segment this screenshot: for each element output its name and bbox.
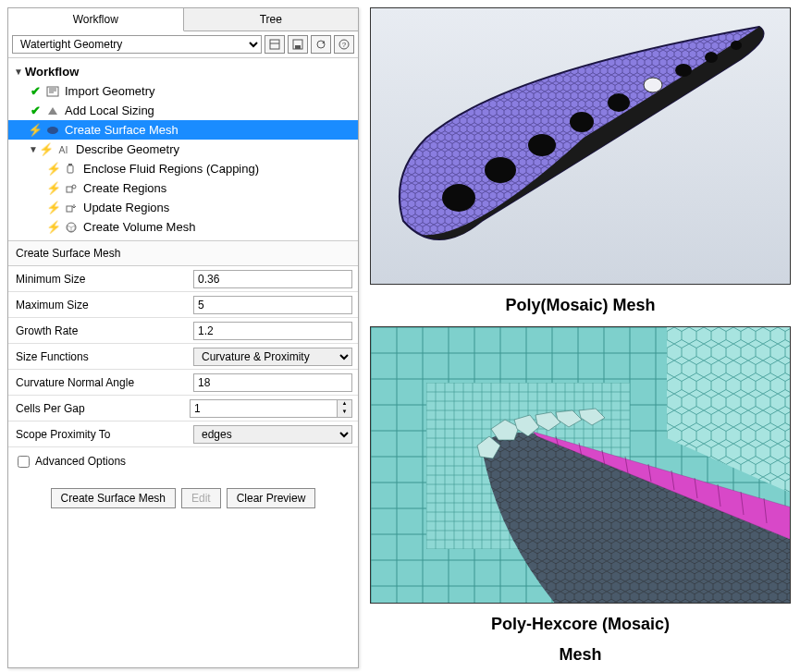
enclose-regions-icon <box>64 163 79 176</box>
bolt-icon: ⚡ <box>29 123 42 137</box>
input-curvature-angle[interactable] <box>193 373 352 392</box>
svg-point-24 <box>675 64 692 77</box>
svg-rect-0 <box>270 40 279 49</box>
create-regions-icon <box>64 182 79 195</box>
tab-tree[interactable]: Tree <box>184 8 359 31</box>
caption-poly-hexcore-line2: Mesh <box>370 645 791 668</box>
workflow-panel: Workflow Tree Watertight Geometry ? ▼ <box>7 7 359 668</box>
surface-mesh-icon <box>45 124 60 137</box>
svg-rect-11 <box>68 164 72 165</box>
disclosure-icon: ▼ <box>14 67 23 77</box>
update-regions-icon <box>64 202 79 214</box>
tree-item-label: Update Regions <box>83 201 169 214</box>
form-title: Create Surface Mesh <box>8 240 358 266</box>
select-size-functions[interactable]: Curvature & Proximity <box>193 348 352 366</box>
tree-item-label: Create Surface Mesh <box>65 123 178 137</box>
tree-item-label: Add Local Sizing <box>65 104 154 117</box>
svg-rect-12 <box>67 187 72 192</box>
tree-item-label: Describe Geometry <box>76 142 179 156</box>
svg-point-20 <box>528 134 556 156</box>
tree-item-enclose-fluid-regions[interactable]: ⚡ Enclose Fluid Regions (Capping) <box>8 159 358 178</box>
label-curvature-angle: Curvature Normal Angle <box>8 376 193 389</box>
svg-point-18 <box>442 184 475 212</box>
poly-mosaic-mesh-illustration <box>371 8 791 285</box>
volume-mesh-icon <box>64 221 79 234</box>
svg-point-22 <box>608 93 630 112</box>
svg-marker-8 <box>48 107 57 115</box>
svg-point-25 <box>705 52 718 63</box>
local-sizing-icon <box>45 104 60 117</box>
select-scope-proximity[interactable]: edges <box>193 425 352 444</box>
tree-item-update-regions[interactable]: ⚡ Update Regions <box>8 198 358 217</box>
svg-point-26 <box>731 41 742 50</box>
spinner-down-icon[interactable]: ▼ <box>338 409 351 417</box>
create-surface-mesh-button[interactable]: Create Surface Mesh <box>51 488 176 508</box>
action-button-row: Create Surface Mesh Edit Clear Preview <box>8 475 358 521</box>
svg-point-4 <box>317 41 325 48</box>
clear-preview-button[interactable]: Clear Preview <box>227 488 316 508</box>
refresh-icon[interactable] <box>311 35 331 54</box>
bolt-icon: ⚡ <box>47 220 60 234</box>
workflow-type-select[interactable]: Watertight Geometry <box>12 35 262 54</box>
label-advanced-options: Advanced Options <box>35 455 126 468</box>
svg-rect-14 <box>67 206 72 212</box>
tree-root-label: Workflow <box>25 65 79 79</box>
poly-hexcore-viewport[interactable] <box>370 326 791 604</box>
tree-item-label: Create Regions <box>83 181 166 195</box>
bolt-icon: ⚡ <box>40 142 53 156</box>
bolt-icon: ⚡ <box>47 201 60 214</box>
svg-point-21 <box>570 112 594 132</box>
tree-item-label: Create Volume Mesh <box>83 220 195 234</box>
tree-item-create-surface-mesh[interactable]: ⚡ Create Surface Mesh <box>8 120 358 140</box>
tree-item-describe-geometry[interactable]: ▼ ⚡ Describe Geometry <box>8 140 358 159</box>
bolt-icon: ⚡ <box>47 162 60 176</box>
svg-rect-10 <box>68 165 73 173</box>
tree-item-add-local-sizing[interactable]: ✔ Add Local Sizing <box>8 101 358 120</box>
label-minimum-size: Minimum Size <box>8 273 193 286</box>
disclosure-icon: ▼ <box>29 144 38 154</box>
poly-mosaic-viewport[interactable] <box>370 7 791 285</box>
tree-item-create-volume-mesh[interactable]: ⚡ Create Volume Mesh <box>8 217 358 237</box>
check-icon: ✔ <box>29 84 42 98</box>
svg-point-13 <box>72 185 76 189</box>
label-maximum-size: Maximum Size <box>8 299 193 312</box>
input-maximum-size[interactable] <box>193 296 352 314</box>
svg-point-23 <box>644 78 662 92</box>
preview-column: Poly(Mosaic) Mesh <box>370 7 791 668</box>
save-icon[interactable] <box>288 35 308 54</box>
spinner-up-icon[interactable]: ▲ <box>338 400 351 409</box>
poly-hexcore-mesh-illustration <box>371 327 791 604</box>
svg-point-9 <box>47 127 58 134</box>
import-geometry-icon <box>45 85 60 98</box>
tree-root[interactable]: ▼ Workflow <box>8 62 358 81</box>
label-size-functions: Size Functions <box>8 350 193 363</box>
workflow-tree: ▼ Workflow ✔ Import Geometry ✔ Add Local… <box>8 58 358 240</box>
workflow-selector-row: Watertight Geometry ? <box>8 31 358 58</box>
layout-icon[interactable] <box>265 35 285 54</box>
tree-item-create-regions[interactable]: ⚡ Create Regions <box>8 178 358 198</box>
describe-geometry-icon <box>56 143 71 156</box>
label-cells-per-gap: Cells Per Gap <box>8 402 190 415</box>
help-icon[interactable]: ? <box>334 35 354 54</box>
check-icon: ✔ <box>29 104 42 117</box>
caption-poly-hexcore-line1: Poly-Hexcore (Mosaic) <box>370 611 791 638</box>
input-minimum-size[interactable] <box>193 270 352 288</box>
caption-poly-mosaic: Poly(Mosaic) Mesh <box>370 292 791 319</box>
input-cells-per-gap[interactable] <box>190 399 338 418</box>
label-scope-proximity: Scope Proximity To <box>8 428 193 441</box>
input-growth-rate[interactable] <box>193 322 352 340</box>
tree-item-label: Enclose Fluid Regions (Capping) <box>83 162 259 176</box>
bolt-icon: ⚡ <box>47 181 60 195</box>
label-growth-rate: Growth Rate <box>8 324 193 337</box>
panel-tabs: Workflow Tree <box>8 8 358 31</box>
svg-rect-3 <box>295 45 301 49</box>
tree-item-label: Import Geometry <box>65 84 155 98</box>
tab-workflow[interactable]: Workflow <box>8 8 184 31</box>
surface-mesh-form: Minimum Size Maximum Size Growth Rate Si… <box>8 266 358 475</box>
svg-text:?: ? <box>342 41 347 49</box>
edit-button[interactable]: Edit <box>181 488 221 508</box>
tree-item-import-geometry[interactable]: ✔ Import Geometry <box>8 81 358 101</box>
svg-point-19 <box>485 157 516 183</box>
checkbox-advanced-options[interactable] <box>18 456 30 468</box>
